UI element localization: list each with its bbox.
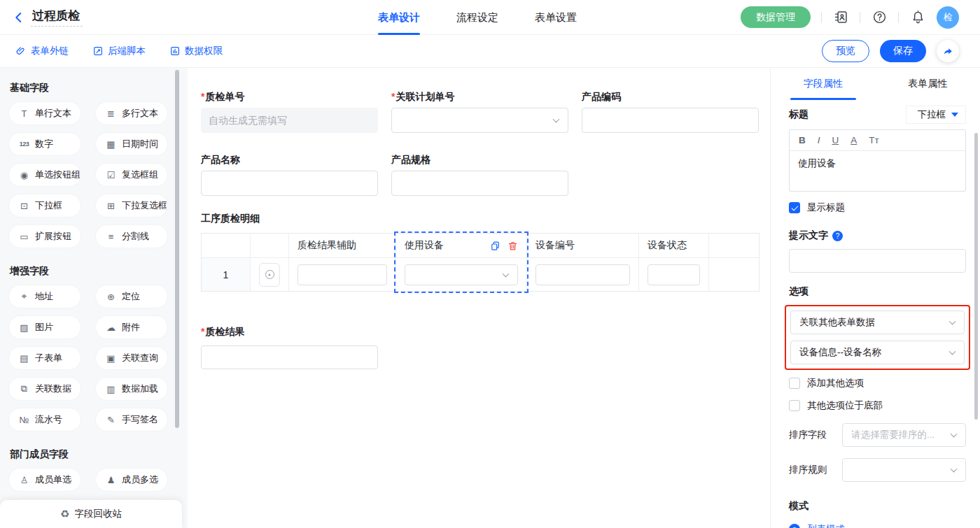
sidebar-item-multi-line-text[interactable]: ≣多行文本	[95, 101, 168, 125]
row-index-cell: 1	[202, 258, 251, 291]
notification-bell-icon[interactable]	[909, 9, 926, 26]
tab-form-properties[interactable]: 表单属性	[876, 68, 980, 100]
sidebar-item-datetime[interactable]: ▦日期时间	[95, 132, 168, 156]
avatar[interactable]: 检	[937, 6, 959, 29]
product-name-input[interactable]	[201, 171, 378, 196]
col-header-index	[202, 234, 251, 258]
divider-icon: ≡	[105, 231, 117, 242]
field-type-select[interactable]: 下拉框	[906, 106, 967, 124]
title-editor-value[interactable]: 使用设备	[790, 151, 965, 191]
copy-column-icon[interactable]	[490, 241, 500, 251]
form-canvas[interactable]: 质检单号 关联计划单号 产品编码 产品名称 产品规格	[188, 68, 770, 528]
preview-button[interactable]: 预览	[822, 40, 869, 62]
cloud-upload-icon: ☁	[105, 322, 117, 333]
sidebar-item-dropdown[interactable]: ⊡下拉框	[8, 194, 81, 217]
sidebar-item-multi-dropdown[interactable]: ⊞下拉复选框	[95, 194, 168, 217]
sidebar-item-signature[interactable]: ✎手写签名	[95, 408, 168, 431]
data-load-icon: ▥	[105, 384, 117, 394]
sidebar-item-data-load[interactable]: ▥数据加载	[95, 377, 168, 401]
sidebar-item-serial-number[interactable]: №流水号	[8, 408, 81, 431]
sidebar-item-relation-data[interactable]: ⧉关联数据	[8, 377, 81, 401]
tab-field-properties[interactable]: 字段属性	[771, 68, 876, 100]
multi-dropdown-icon: ⊞	[105, 201, 117, 211]
sidebar-item-relation-query[interactable]: ▣关联查询	[95, 346, 168, 370]
script-icon	[92, 45, 104, 57]
sidebar-item-divider[interactable]: ≡分割线	[95, 224, 168, 248]
underline-button[interactable]: U	[832, 135, 839, 145]
panel-scrollbar[interactable]	[974, 133, 978, 420]
sidebar-item-address[interactable]: ⌖地址	[8, 285, 81, 308]
form-external-link[interactable]: 表单外链	[15, 45, 69, 57]
backend-script-link[interactable]: 后端脚本	[92, 45, 146, 57]
show-title-checkbox[interactable]	[789, 202, 800, 213]
sort-rule-select[interactable]	[842, 458, 966, 482]
qc-no-input[interactable]	[201, 108, 378, 133]
sidebar-item-number[interactable]: 123数字	[8, 132, 81, 156]
field-label: 质检结果	[201, 326, 378, 340]
save-button[interactable]: 保存	[880, 40, 926, 62]
other-option-bottom-checkbox[interactable]	[789, 400, 800, 411]
dropdown-icon: ⊡	[18, 201, 30, 211]
bold-button[interactable]: B	[799, 135, 806, 145]
col-header-device-used[interactable]: 使用设备	[396, 234, 527, 258]
help-circle-icon[interactable]: ?	[832, 231, 843, 241]
subform-table: 质检结果辅助 使用设备 设备编号 设备状态 1	[201, 233, 760, 292]
tab-flow-setting[interactable]: 流程设定	[456, 0, 498, 35]
field-qc-no[interactable]: 质检单号	[201, 91, 378, 133]
qc-result-input[interactable]	[201, 345, 378, 369]
section-title-enhanced: 增强字段	[0, 265, 188, 278]
font-color-button[interactable]: A	[850, 135, 857, 145]
qc-assist-input[interactable]	[298, 264, 387, 285]
tab-form-design[interactable]: 表单设计	[378, 0, 420, 35]
col-header-qc-assist[interactable]: 质检结果辅助	[289, 234, 396, 258]
data-manage-button[interactable]: 数据管理	[741, 6, 811, 28]
tab-form-setting[interactable]: 表单设置	[535, 0, 577, 35]
field-product-code[interactable]: 产品编码	[582, 91, 759, 133]
sort-field-select[interactable]: 请选择需要排序的...	[842, 423, 966, 447]
contacts-icon[interactable]	[832, 9, 849, 26]
sidebar-item-attachment[interactable]: ☁附件	[95, 315, 168, 339]
device-used-select[interactable]	[405, 264, 518, 285]
italic-button[interactable]: I	[818, 135, 820, 145]
field-recycle-bin[interactable]: ♻ 字段回收站	[0, 500, 182, 528]
col-header-device-status[interactable]: 设备状态	[639, 234, 709, 258]
sidebar-scrollbar[interactable]	[175, 70, 179, 428]
data-permission-link[interactable]: 数据权限	[169, 45, 223, 57]
extend-button-icon: ▭	[18, 231, 30, 242]
sidebar-item-member-multi[interactable]: ♟成员多选	[95, 468, 168, 492]
sidebar-item-image[interactable]: ▨图片	[8, 315, 81, 339]
option-source-select[interactable]: 关联其他表单数据	[790, 311, 965, 334]
product-code-input[interactable]	[582, 108, 759, 133]
device-no-input[interactable]	[536, 264, 630, 285]
subform-icon: ▤	[18, 353, 30, 364]
list-mode-radio[interactable]	[789, 524, 800, 528]
share-button[interactable]	[937, 40, 959, 62]
sidebar-item-location[interactable]: ⊕定位	[95, 285, 168, 308]
add-other-option-checkbox[interactable]	[789, 378, 800, 389]
sidebar-item-checkbox-group[interactable]: ☑复选框组	[95, 163, 168, 187]
delete-column-icon[interactable]	[507, 241, 518, 251]
font-size-button[interactable]: Tт	[869, 135, 878, 145]
hint-input[interactable]	[789, 249, 966, 273]
field-qc-result[interactable]: 质检结果	[201, 326, 378, 369]
caret-down-icon	[951, 113, 958, 117]
sidebar-item-single-line-text[interactable]: T单行文本	[8, 101, 81, 125]
sidebar-item-extend-button[interactable]: ▭扩展按钮	[8, 224, 81, 248]
plan-no-select[interactable]	[391, 108, 568, 133]
divider	[898, 12, 899, 23]
option-field-select[interactable]: 设备信息--设备名称	[790, 341, 965, 364]
field-product-name[interactable]: 产品名称	[201, 154, 378, 196]
product-spec-input[interactable]	[391, 171, 568, 196]
back-icon[interactable]	[13, 11, 25, 24]
page-title[interactable]: 过程质检	[31, 8, 83, 27]
sidebar-item-member-single[interactable]: ♙成员单选	[8, 468, 81, 492]
sidebar-item-subform[interactable]: ▤子表单	[8, 346, 81, 370]
device-status-input[interactable]	[648, 264, 700, 285]
col-header-device-no[interactable]: 设备编号	[527, 234, 639, 258]
help-icon[interactable]	[871, 9, 888, 26]
section-title-member: 部门成员字段	[0, 448, 188, 461]
field-product-spec[interactable]: 产品规格	[391, 154, 568, 196]
row-radio-button[interactable]	[259, 263, 280, 287]
sidebar-item-radio-group[interactable]: ◉单选按钮组	[8, 163, 81, 187]
field-plan-no[interactable]: 关联计划单号	[391, 91, 568, 133]
